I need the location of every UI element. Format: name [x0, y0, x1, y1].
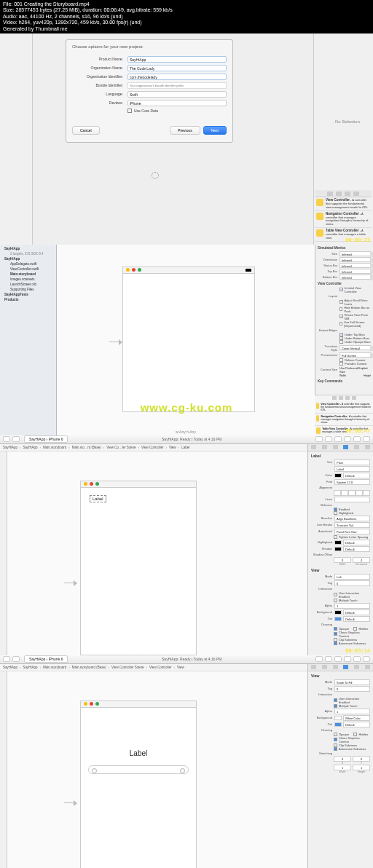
- initial-vc-arrow-icon: [109, 338, 122, 347]
- viewcontroller-icon: [316, 199, 323, 206]
- status-bar: SayHiApp: Ready | Today at 4:16 PM: [72, 657, 311, 661]
- project-navigator[interactable]: SayHiApp 2 targets, iOS SDK 8.4 SayHiApp…: [0, 245, 57, 435]
- frame-4: SayHiApp › iPhone 6 SayHiApp: Ready | To…: [0, 655, 373, 868]
- bundle-id-hint: Your organization's bundle identifier pr…: [127, 82, 227, 89]
- frame-1: No Selection View Controller - A control…: [0, 33, 373, 245]
- initial-vc-arrow-icon: [64, 579, 77, 588]
- frame-3: SayHiApp › iPhone 6 SayHiApp: Ready | To…: [0, 435, 373, 655]
- ui-label[interactable]: Label: [85, 749, 192, 758]
- storyboard-canvas[interactable]: Label: [7, 451, 307, 655]
- language-select[interactable]: Swift: [127, 91, 227, 98]
- view-controller-scene[interactable]: Label: [80, 701, 197, 868]
- previous-button[interactable]: Previous: [170, 126, 200, 135]
- initial-vc-arrow-icon: [64, 799, 77, 808]
- no-selection-label: No Selection: [335, 119, 360, 124]
- watermark: www.cg-ku.com: [141, 401, 233, 414]
- tablevc-icon: [316, 229, 323, 237]
- frame-2: SayHiApp 2 targets, iOS SDK 8.4 SayHiApp…: [0, 245, 373, 435]
- timestamp: 00:00:47: [345, 428, 370, 434]
- status-bar: SayHiApp: Ready | Today at 4:16 PM: [72, 437, 311, 441]
- scheme-select[interactable]: SayHiApp › iPhone 6: [24, 655, 68, 663]
- next-button[interactable]: Next: [203, 126, 227, 135]
- attributes-inspector[interactable]: Label TextPlain Label ColorDefault FontS…: [307, 444, 373, 655]
- attributes-inspector[interactable]: View ModeScale To Fill Tag0 Interaction …: [307, 664, 373, 868]
- devices-select[interactable]: iPhone: [127, 100, 227, 106]
- lib-item-nc[interactable]: Navigation Controller - A controller tha…: [315, 414, 373, 426]
- timestamp: 00:03:14: [345, 648, 370, 654]
- spinner-icon: [152, 172, 159, 179]
- inspector-tabs[interactable]: [308, 444, 373, 451]
- cancel-button[interactable]: Cancel: [72, 126, 100, 135]
- alignment-segmented[interactable]: [334, 490, 370, 496]
- scheme-select[interactable]: SayHiApp › iPhone 6: [24, 435, 68, 443]
- breadcrumb[interactable]: SayHiApp› SayHiApp› Main.storyboard› Mai…: [0, 444, 307, 451]
- view-controller-scene[interactable]: [122, 267, 255, 412]
- lib-item-vc[interactable]: View Controller - A controller that supp…: [315, 197, 372, 211]
- org-name-input[interactable]: The Code Lady: [127, 65, 227, 71]
- lib-item-nc[interactable]: Navigation Controller - A controller tha…: [315, 211, 372, 228]
- lib-item-vc[interactable]: View Controller - A controller that supp…: [315, 401, 373, 414]
- xcode-toolbar: SayHiApp › iPhone 6 SayHiApp: Ready | To…: [0, 655, 373, 664]
- object-library: View Controller - A controller that supp…: [315, 190, 372, 242]
- initial-vc-checkbox[interactable]: [339, 288, 343, 291]
- view-controller-scene[interactable]: Label: [80, 481, 197, 655]
- run-button[interactable]: [3, 436, 10, 442]
- video-info-overlay: File: 001 Creating the Storyboard.mp4 Si…: [0, 0, 373, 33]
- storyboard-canvas[interactable]: Label: [7, 671, 307, 868]
- org-id-input[interactable]: com.thecodelady: [127, 74, 227, 80]
- run-button[interactable]: [3, 656, 10, 662]
- ui-textfield[interactable]: [88, 765, 189, 774]
- inspector-tabs[interactable]: [308, 664, 373, 671]
- stop-button[interactable]: [12, 656, 20, 662]
- modal-title: Choose options for your new project:: [72, 44, 227, 49]
- attributes-inspector[interactable]: Simulated Metrics SizeInferred Orientati…: [315, 245, 373, 435]
- xcode-toolbar: SayHiApp › iPhone 6 SayHiApp: Ready | To…: [0, 435, 373, 444]
- coredata-checkbox[interactable]: [127, 108, 132, 113]
- stop-button[interactable]: [12, 436, 20, 442]
- product-name-input[interactable]: SayHiApp: [127, 56, 227, 63]
- breadcrumb[interactable]: SayHiApp› SayHiApp› Main.storyboard› Mai…: [0, 664, 307, 671]
- ui-label[interactable]: Label: [90, 495, 106, 502]
- timestamp: 00:00:23: [345, 237, 370, 243]
- navcontroller-icon: [316, 213, 323, 220]
- new-project-modal: Choose options for your new project: Pro…: [66, 39, 233, 143]
